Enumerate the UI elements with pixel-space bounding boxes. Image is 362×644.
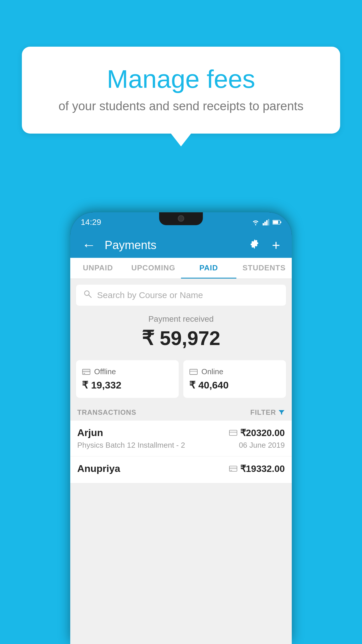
svg-rect-15 [229, 432, 237, 433]
gear-icon [249, 238, 260, 250]
transaction-top-anupriya: Anupriya ₹19332.00 [77, 463, 285, 474]
wifi-icon [252, 219, 260, 225]
svg-rect-10 [82, 371, 90, 372]
online-card-header: Online [189, 367, 280, 376]
svg-rect-18 [230, 470, 232, 471]
camera-icon [178, 215, 184, 222]
payment-received-amount: ₹ 59,972 [76, 327, 286, 350]
app-bar-title: Payments [105, 239, 240, 252]
transaction-item[interactable]: Anupriya ₹19332.00 [70, 456, 292, 483]
battery-icon [273, 220, 281, 225]
tab-upcoming[interactable]: UPCOMING [126, 258, 181, 279]
transaction-amount-arjun: ₹20320.00 [240, 427, 285, 438]
add-button[interactable]: + [269, 234, 283, 256]
online-payment-icon [189, 368, 198, 376]
tooltip-title: Manage fees [45, 64, 317, 94]
svg-rect-2 [266, 220, 268, 225]
svg-line-8 [89, 295, 91, 298]
offline-amount: ₹ 19,332 [82, 379, 173, 391]
payment-received-label: Payment received [76, 314, 286, 324]
status-bar: 14:29 [70, 212, 292, 232]
offline-label: Offline [94, 367, 116, 376]
offline-card-header: Offline [82, 367, 173, 376]
tooltip-card: Manage fees of your students and send re… [22, 47, 340, 134]
transactions-label: TRANSACTIONS [77, 408, 136, 416]
tabs-bar: UNPAID UPCOMING PAID STUDENTS [70, 258, 292, 279]
transactions-header: TRANSACTIONS FILTER [70, 402, 292, 421]
svg-rect-11 [83, 373, 85, 374]
payment-cards: Offline ₹ 19,332 Online ₹ 40,640 [70, 356, 292, 402]
status-icons [252, 219, 281, 225]
transaction-name-anupriya: Anupriya [77, 463, 120, 474]
online-label: Online [201, 367, 223, 376]
online-icon-arjun [229, 430, 237, 436]
offline-icon-anupriya [229, 466, 237, 472]
search-icon [83, 289, 92, 301]
offline-payment-icon [82, 368, 91, 376]
transaction-detail-arjun: Physics Batch 12 Installment - 2 [77, 441, 185, 450]
transaction-bottom-arjun: Physics Batch 12 Installment - 2 06 June… [77, 441, 285, 450]
app-bar: ← Payments + [70, 232, 292, 258]
gear-button[interactable] [246, 235, 263, 255]
transaction-name-arjun: Arjun [77, 427, 103, 438]
phone-content: Search by Course or Name Payment receive… [70, 279, 292, 644]
transaction-amount-wrap-arjun: ₹20320.00 [229, 427, 285, 438]
tooltip-subtitle: of your students and send receipts to pa… [45, 99, 317, 113]
status-time: 14:29 [81, 218, 101, 227]
svg-rect-5 [273, 221, 278, 224]
offline-card: Offline ₹ 19,332 [76, 360, 179, 398]
phone-frame: 14:29 ← Payments [70, 212, 292, 644]
svg-rect-1 [264, 222, 266, 225]
svg-rect-0 [263, 223, 264, 225]
tab-students[interactable]: STUDENTS [236, 258, 292, 279]
filter-label: FILTER [250, 408, 276, 416]
online-amount: ₹ 40,640 [189, 379, 280, 391]
filter-button[interactable]: FILTER [250, 408, 285, 416]
transaction-top-arjun: Arjun ₹20320.00 [77, 427, 285, 438]
notch [159, 212, 203, 225]
transaction-amount-wrap-anupriya: ₹19332.00 [229, 463, 285, 474]
svg-rect-6 [280, 221, 281, 223]
transaction-amount-anupriya: ₹19332.00 [240, 463, 285, 474]
tab-paid[interactable]: PAID [181, 258, 236, 279]
search-input[interactable]: Search by Course or Name [97, 290, 203, 300]
back-button[interactable]: ← [79, 235, 99, 255]
svg-rect-17 [229, 468, 237, 469]
transaction-date-arjun: 06 June 2019 [239, 441, 285, 450]
transaction-item[interactable]: Arjun ₹20320.00 Physics Batch 12 Install… [70, 421, 292, 456]
svg-rect-13 [190, 371, 197, 372]
svg-rect-3 [268, 219, 269, 225]
signal-icon [263, 219, 270, 225]
tab-unpaid[interactable]: UNPAID [70, 258, 126, 279]
payment-received-section: Payment received ₹ 59,972 [70, 306, 292, 356]
online-card: Online ₹ 40,640 [183, 360, 286, 398]
search-bar[interactable]: Search by Course or Name [76, 285, 286, 306]
filter-icon [278, 409, 285, 416]
